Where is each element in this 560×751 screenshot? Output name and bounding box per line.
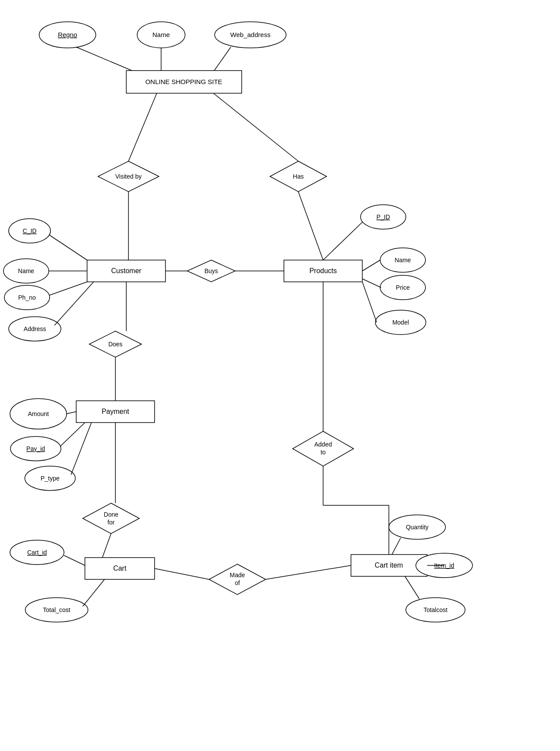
attr-name-cust-label: Name xyxy=(18,267,34,274)
attr-name-site-label: Name xyxy=(152,31,170,38)
entity-customer-label: Customer xyxy=(111,267,142,274)
attr-web-address-label: Web_address xyxy=(230,31,270,38)
line-madeof-cartitem xyxy=(266,565,351,579)
attr-model-label: Model xyxy=(392,319,409,326)
line-quantity-cartitem xyxy=(392,538,401,555)
attr-p-type-label: P_type xyxy=(40,475,60,482)
rel-has-label: Has xyxy=(293,173,304,180)
line-has-products xyxy=(298,192,323,260)
attr-c-id-label: C_ID xyxy=(23,227,37,234)
rel-buys-label: Buys xyxy=(204,267,218,274)
attr-totalcost-label: Totalcost xyxy=(423,606,447,613)
line-oss-visitedby xyxy=(128,93,157,161)
er-diagram: Regno Name Web_address ONLINE SHOPPING S… xyxy=(0,0,560,751)
line-cartid-cart xyxy=(64,555,85,565)
line-price-products xyxy=(362,279,381,288)
entity-payment-label: Payment xyxy=(101,408,129,415)
rel-done-for-label2: for xyxy=(108,519,115,526)
line-payid-payment xyxy=(60,423,85,447)
line-totalcost-cart xyxy=(83,579,105,606)
entity-cart-label: Cart xyxy=(113,565,127,572)
line-ptype-payment xyxy=(71,423,91,475)
attr-amount-label: Amount xyxy=(28,410,49,417)
line-donefor-cart xyxy=(102,534,111,558)
rel-does-label: Does xyxy=(108,341,123,348)
line-totalcost-cartitem xyxy=(405,576,419,599)
line-nameprod-products xyxy=(362,260,380,271)
attr-p-id-label: P_ID xyxy=(376,213,390,220)
attr-ph-no-label: Ph_no xyxy=(18,294,36,301)
rel-visited-by-label: Visited by xyxy=(115,173,142,180)
entity-cart-item-label: Cart item xyxy=(375,562,403,569)
attr-cart-id-label: Cart_id xyxy=(27,549,47,556)
attr-regno-label: Regno xyxy=(58,31,77,38)
line-regno-entity xyxy=(76,47,135,72)
attr-address-label: Address xyxy=(24,325,46,332)
rel-added-to-label2: to xyxy=(320,449,326,456)
entity-online-shopping-label: ONLINE SHOPPING SITE xyxy=(145,78,223,85)
attr-name-prod-label: Name xyxy=(395,257,411,264)
rel-made-of-label2: of xyxy=(235,579,240,586)
attr-total-cost-label: Total_cost xyxy=(43,606,70,613)
attr-price-label: Price xyxy=(396,284,410,291)
line-model-products xyxy=(362,282,377,322)
attr-pay-id-label: Pay_id xyxy=(27,445,45,452)
line-webaddr-entity xyxy=(213,47,231,72)
line-oss-has xyxy=(213,93,298,161)
attr-quantity-label: Quantity xyxy=(406,524,428,531)
rel-done-for xyxy=(83,503,139,534)
line-address-customer xyxy=(54,282,94,325)
line-amount-payment xyxy=(66,412,76,414)
entity-products-label: Products xyxy=(309,267,337,274)
line-pid-products xyxy=(323,222,362,260)
line-cid-customer xyxy=(50,235,87,260)
rel-added-to-label: Added xyxy=(314,441,332,448)
line-phno-customer xyxy=(49,282,87,295)
rel-done-for-label: Done xyxy=(104,511,118,518)
line-cart-madeof xyxy=(155,568,209,579)
rel-made-of-label: Made xyxy=(229,572,245,578)
